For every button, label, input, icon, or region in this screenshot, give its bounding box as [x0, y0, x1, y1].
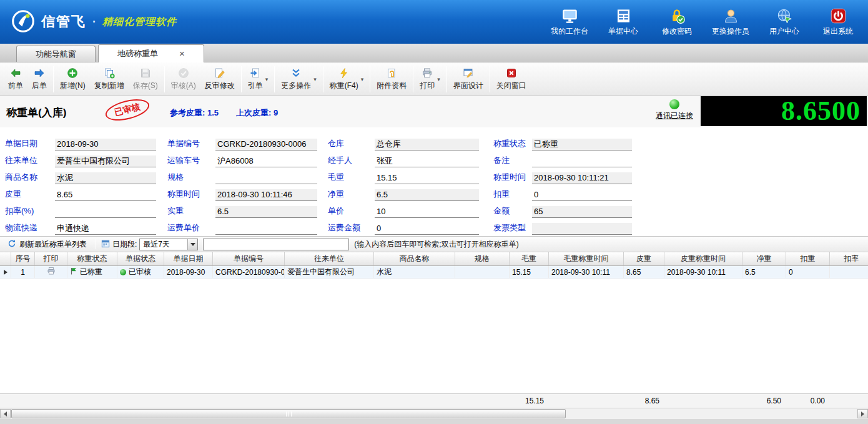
switch-operator-label: 更换操作员	[712, 26, 749, 37]
weigh-button[interactable]: 称重(F4) ▾	[325, 65, 368, 93]
cell-spec	[455, 266, 510, 278]
deduct-rate-field[interactable]	[55, 206, 156, 218]
scroll-left-button[interactable]	[0, 409, 11, 418]
workspace-button[interactable]: 我的工作台	[550, 7, 589, 37]
doc-no-field: CGRKD-20180930-0006	[215, 139, 317, 150]
column-header-seq[interactable]: 序号	[11, 252, 35, 265]
next-doc-button[interactable]: 后单	[27, 65, 51, 93]
attachments-button[interactable]: 附件资料	[372, 65, 411, 93]
new-doc-label: 新增(N)	[60, 81, 86, 91]
print-label: 打印	[420, 81, 435, 91]
actual-weight-field: 6.5	[215, 206, 317, 218]
search-input[interactable]	[203, 239, 349, 250]
invoice-type-field	[532, 223, 632, 235]
tab-close-icon[interactable]: ×	[179, 49, 185, 58]
date-range-value: 最近7天	[143, 239, 170, 250]
partner-field: 爱普生中国有限公司	[55, 155, 156, 167]
column-header-doc-no[interactable]: 单据编号	[213, 252, 285, 265]
unaudit-modify-button[interactable]: 反审修改	[200, 65, 239, 93]
change-password-button[interactable]: 修改密码	[657, 7, 697, 37]
tab-function-nav-label: 功能导航窗	[36, 47, 76, 62]
scrollbar-thumb[interactable]	[11, 409, 566, 418]
exit-system-button[interactable]: 退出系统	[818, 7, 858, 37]
column-header-doc-status[interactable]: 单据状态	[117, 252, 164, 265]
summary-row: 15.15 8.65 6.50 0.00	[0, 393, 868, 408]
print-button[interactable]: 打印 ▾	[415, 65, 445, 93]
cell-deduct-rate	[830, 266, 868, 278]
document-form: 单据日期2018-09-30 单据编号CGRKD-20180930-0006 仓…	[0, 127, 868, 235]
user-center-button[interactable]: 用户中心	[764, 7, 804, 37]
table-row[interactable]: 1 已称重 已审核 2018-09-30 CGRKD-20	[0, 266, 868, 279]
column-header-net[interactable]: 净重	[742, 252, 786, 265]
field-label: 运费金额	[328, 222, 375, 235]
refresh-list-button[interactable]: 刷新最近称重单列表	[4, 239, 91, 250]
window-bottom-edge	[0, 419, 868, 424]
new-doc-button[interactable]: 新增(N)	[56, 65, 90, 93]
spec-field[interactable]	[215, 172, 317, 184]
unit-price-field[interactable]: 10	[375, 206, 479, 218]
column-header-print[interactable]: 打印	[35, 252, 67, 265]
pull-doc-button[interactable]: 引单 ▾	[244, 65, 273, 93]
app-logo-icon	[10, 8, 36, 36]
deduct-weight-field[interactable]: 0	[532, 189, 632, 201]
edit-pencil-icon	[214, 67, 225, 79]
field-label: 物流快递	[5, 222, 55, 235]
unaudit-modify-label: 反审修改	[205, 81, 235, 91]
next-doc-label: 后单	[32, 81, 47, 91]
column-header-deduct-rate[interactable]: 扣率	[830, 252, 868, 265]
amount-field: 65	[532, 206, 632, 218]
column-header-doc-date[interactable]: 单据日期	[164, 252, 213, 265]
copy-new-button[interactable]: 复制新增	[90, 65, 129, 93]
copy-icon	[104, 67, 115, 79]
more-actions-button[interactable]: 更多操作 ▾	[277, 65, 321, 93]
column-header-spec[interactable]: 规格	[455, 252, 510, 265]
handler-field[interactable]: 张亚	[375, 155, 479, 167]
freight-price-field[interactable]	[215, 223, 317, 235]
field-label: 金额	[493, 205, 532, 218]
cell-doc-date: 2018-09-30	[164, 266, 213, 278]
lightning-icon	[338, 67, 350, 79]
horizontal-scrollbar[interactable]	[0, 408, 868, 419]
recent-weighings-grid: 序号 打印 称重状态 单据状态 单据日期 单据编号 往来单位 商品名称 规格 毛…	[0, 252, 868, 419]
tab-weighbridge[interactable]: 地磅称重单 ×	[98, 44, 204, 62]
column-header-deduct[interactable]: 扣重	[786, 252, 830, 265]
gross-time-field: 2018-09-30 10:11:21	[532, 172, 632, 184]
column-header-tare-time[interactable]: 皮重称重时间	[664, 252, 742, 265]
remark-field[interactable]	[532, 155, 632, 167]
field-label: 规格	[167, 172, 215, 184]
close-window-button[interactable]: 关闭窗口	[492, 65, 531, 93]
column-header-weigh-status[interactable]: 称重状态	[67, 252, 117, 265]
operator-person-icon	[723, 7, 739, 24]
scroll-right-button[interactable]	[857, 409, 868, 418]
row-printer-icon[interactable]	[47, 267, 56, 277]
column-header-partner[interactable]: 往来单位	[285, 252, 374, 265]
cell-partner: 爱普生中国有限公司	[285, 266, 374, 278]
tab-bar: 功能导航窗 地磅称重单 ×	[0, 44, 868, 62]
grid-header-row: 序号 打印 称重状态 单据状态 单据日期 单据编号 往来单位 商品名称 规格 毛…	[0, 252, 868, 266]
prev-doc-button[interactable]: 前单	[4, 65, 27, 93]
truck-no-field[interactable]: 沪A86008	[215, 155, 317, 167]
paperclip-icon	[386, 67, 397, 79]
ui-design-button[interactable]: 界面设计	[449, 65, 488, 93]
column-header-gross[interactable]: 毛重	[510, 252, 549, 265]
prev-doc-label: 前单	[8, 81, 23, 91]
tare-weight-field[interactable]: 8.65	[55, 189, 156, 201]
dropdown-arrow-icon: ▾	[361, 76, 364, 82]
cell-doc-status: 已审核	[117, 266, 164, 278]
gross-weight-field[interactable]: 15.15	[375, 172, 479, 184]
save-button[interactable]: 保存(S)	[129, 65, 162, 93]
tab-function-nav[interactable]: 功能导航窗	[16, 46, 96, 62]
column-header-product[interactable]: 商品名称	[374, 252, 455, 265]
column-header-gross-time[interactable]: 毛重称重时间	[549, 252, 624, 265]
switch-operator-button[interactable]: 更换操作员	[711, 7, 751, 37]
audit-button[interactable]: 审核(A)	[167, 65, 200, 93]
user-center-globe-icon	[776, 7, 793, 24]
audited-stamp: 已审核	[103, 96, 151, 125]
freight-amount-field[interactable]: 0	[375, 223, 479, 235]
date-range-select[interactable]: 最近7天	[139, 239, 198, 250]
field-label: 经手人	[328, 155, 375, 167]
document-center-button[interactable]: 单据中心	[603, 7, 643, 37]
weigh-status-text: 已称重	[80, 267, 102, 277]
column-header-tare[interactable]: 皮重	[624, 252, 664, 265]
logistics-field[interactable]: 申通快递	[55, 223, 156, 235]
